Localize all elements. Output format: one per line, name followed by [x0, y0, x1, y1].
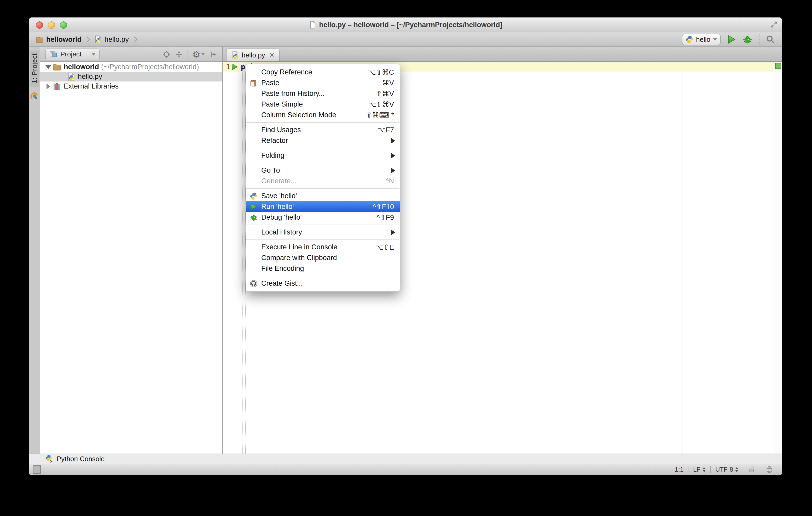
menu-item-shortcut: ⇧⌘⌨ * [366, 111, 400, 119]
gear-icon: ⚙ [193, 50, 200, 59]
breadcrumb-label: helloworld [46, 35, 82, 43]
menu-item-compare-with-clipboard[interactable]: Compare with Clipboard [246, 252, 400, 263]
search-everywhere-button[interactable] [766, 35, 775, 44]
fullscreen-icon[interactable] [770, 21, 778, 28]
paste-icon [250, 79, 258, 87]
menu-item-label: Paste from History... [261, 90, 325, 98]
inspection-status-marker[interactable] [775, 63, 781, 69]
menu-item-copy-reference[interactable]: Copy Reference⌥⇧⌘C [246, 67, 400, 78]
menu-item-paste[interactable]: Paste⌘V [246, 78, 400, 88]
tool-window-tab-project[interactable]: 1: Project [30, 51, 39, 87]
settings-button[interactable]: ⚙ [193, 50, 205, 59]
menu-separator [246, 163, 400, 163]
menu-item-label: Create Gist... [261, 279, 303, 287]
collapse-all-button[interactable] [175, 51, 183, 58]
menu-item-shortcut: ⌥⇧⌘V [368, 100, 400, 109]
run-button[interactable] [727, 35, 736, 44]
python-console-icon [45, 455, 54, 463]
menu-item-shortcut: ^N [386, 177, 400, 185]
stepper-icon [702, 467, 706, 472]
project-panel-header: Project ⚙ [40, 47, 222, 62]
menu-item-paste-from-history[interactable]: Paste from History...⇧⌘V [246, 88, 400, 99]
menu-item-label: Refactor [261, 136, 288, 145]
menu-item-label: Debug 'hello' [261, 213, 301, 221]
menu-separator [246, 239, 400, 240]
tree-node-label: hello.py [78, 72, 102, 81]
menu-item-label: Column Selection Mode [261, 111, 336, 119]
toggle-tool-buttons-icon[interactable] [33, 465, 41, 474]
breadcrumb-item-helloworld[interactable]: helloworld [36, 35, 82, 43]
python-console-button[interactable]: Python Console [57, 455, 105, 463]
menu-item-label: Folding [261, 151, 285, 159]
menu-item-paste-simple[interactable]: Paste Simple⌥⇧⌘V [246, 99, 400, 110]
menu-item-generate: Generate...^N [246, 176, 400, 186]
close-tab-icon[interactable]: ✕ [269, 52, 274, 59]
menu-item-debug-hello[interactable]: Debug 'hello'^⇧F9 [246, 212, 400, 223]
document-proxy-icon [309, 21, 316, 29]
screen: hello.py – helloworld – [~/PycharmProjec… [0, 0, 812, 516]
window-title: hello.py – helloworld – [~/PycharmProjec… [319, 21, 502, 29]
inspector-profile-icon[interactable] [760, 465, 778, 474]
toolbar-right: hello [682, 34, 775, 45]
locate-button[interactable] [163, 51, 170, 58]
menu-item-save-hello[interactable]: Save 'hello' [246, 191, 400, 201]
project-tool-window: Project ⚙ helloworld(~/PycharmProjects/h… [40, 47, 223, 454]
menu-item-execute-line-in-console[interactable]: Execute Line in Console⌥⇧E [246, 242, 400, 252]
menu-item-file-encoding[interactable]: File Encoding [246, 263, 400, 274]
gutter-separator [242, 62, 243, 454]
menu-item-label: Paste [261, 79, 279, 87]
project-view-select[interactable]: Project [46, 49, 99, 60]
breadcrumb-label: hello.py [105, 35, 129, 43]
tree-node-label: helloworld [64, 63, 99, 71]
menu-item-refactor[interactable]: Refactor [246, 135, 400, 146]
menu-item-run-hello[interactable]: Run 'hello'^⇧F10 [246, 201, 400, 212]
run-line-gutter-icon[interactable] [230, 63, 238, 71]
menu-item-label: Generate... [261, 177, 296, 185]
menu-item-label: File Encoding [261, 265, 304, 273]
editor-tab-hello-py[interactable]: hello.py ✕ [226, 49, 280, 61]
menu-separator [246, 224, 400, 225]
project-view-icon [49, 51, 57, 58]
tree-expand-icon[interactable] [44, 84, 53, 89]
menu-separator [246, 122, 400, 123]
menu-item-label: Find Usages [261, 126, 301, 134]
inspection-scrollbar-strip[interactable] [774, 62, 782, 454]
menu-item-label: Local History [261, 228, 302, 236]
tree-row-external-libraries[interactable]: External Libraries [40, 82, 222, 91]
tree-row-helloworld[interactable]: helloworld(~/PycharmProjects/helloworld) [40, 62, 222, 72]
main-area: 1: Project Project ⚙ helloworld(~/Pychar… [29, 47, 782, 454]
menu-item-create-gist[interactable]: Create Gist... [246, 278, 400, 289]
menu-item-find-usages[interactable]: Find Usages⌥F7 [246, 125, 400, 135]
editor-context-menu: Copy Reference⌥⇧⌘CPaste⌘VPaste from Hist… [246, 64, 400, 292]
window-title-group: hello.py – helloworld – [~/PycharmProjec… [29, 18, 782, 32]
menu-item-column-selection-mode[interactable]: Column Selection Mode⇧⌘⌨ * [246, 110, 400, 120]
submenu-arrow-icon [391, 153, 400, 158]
menu-item-go-to[interactable]: Go To [246, 165, 400, 176]
pycharm-window: hello.py – helloworld – [~/PycharmProjec… [29, 17, 782, 475]
tree-collapse-icon[interactable] [44, 65, 53, 69]
caret-position-widget[interactable]: 1:1 [670, 466, 688, 473]
breadcrumb-item-hello-py[interactable]: hello.py [94, 35, 129, 43]
bottom-tool-bar: Python Console [29, 454, 782, 464]
pycharm-logo-icon[interactable] [30, 92, 39, 100]
menu-item-shortcut: ^⇧F10 [373, 203, 400, 211]
line-separator-widget[interactable]: LF [689, 466, 710, 473]
debug-button[interactable] [743, 34, 752, 44]
toolbar-separator [187, 50, 188, 59]
menu-item-folding[interactable]: Folding [246, 150, 400, 161]
toolbar-separator [759, 34, 759, 44]
tree-row-hello-py[interactable]: hello.py [40, 72, 222, 82]
menu-item-label: Paste Simple [261, 100, 303, 109]
unlock-icon[interactable] [743, 465, 760, 474]
python-file-icon [231, 51, 239, 59]
breadcrumb-chevron-icon [84, 36, 90, 42]
menu-item-icon-slot [246, 280, 261, 287]
encoding-widget[interactable]: UTF-8 [710, 466, 743, 473]
menu-item-label: Run 'hello' [261, 203, 294, 211]
run-configuration-select[interactable]: hello [682, 34, 721, 45]
folder-icon [36, 35, 44, 43]
menu-item-local-history[interactable]: Local History [246, 227, 400, 238]
menu-item-shortcut: ⌥⇧E [375, 243, 400, 251]
menu-item-label: Copy Reference [261, 68, 312, 76]
hide-panel-button[interactable] [209, 51, 217, 58]
